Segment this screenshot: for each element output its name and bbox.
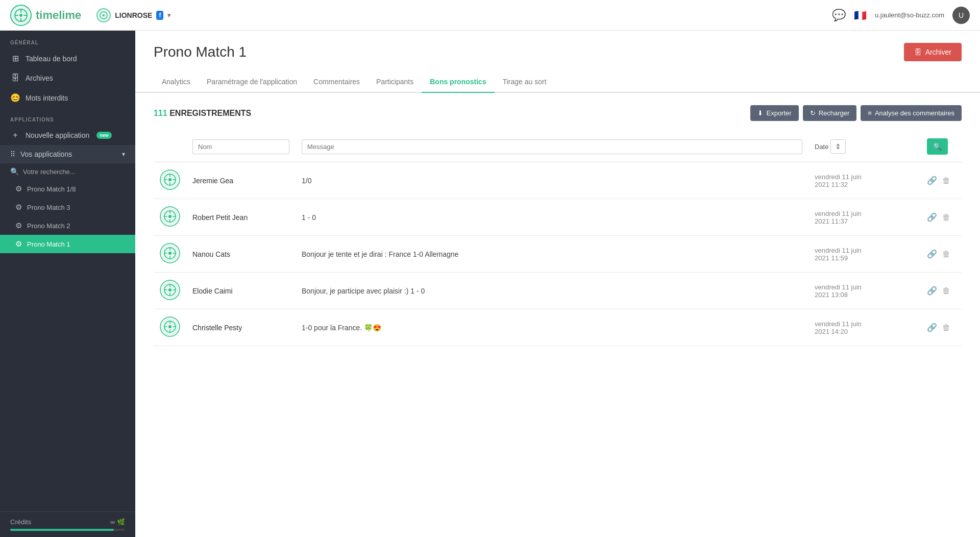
plus-icon: + (10, 131, 20, 140)
topnav-right: 💬 🇫🇷 u.jaulent@so-buzz.com U (832, 7, 970, 24)
table-row: Christelle Pesty1-0 pour la France. 🍀😍ve… (154, 309, 962, 346)
delete-icon[interactable]: 🗑 (942, 250, 950, 259)
main-header: Prono Match 1 🗄 Archiver (135, 31, 980, 61)
archive-button[interactable]: 🗄 Archiver (904, 43, 962, 61)
app-icon: ⚙ (15, 239, 22, 249)
svg-point-19 (168, 215, 172, 218)
date-cell: vendredi 11 juin2021 14:20 (808, 309, 921, 346)
export-button[interactable]: ⬇ Exporter (750, 105, 798, 121)
new-app-label: Nouvelle application (26, 131, 89, 139)
table-row: Robert Petit Jean1 - 0vendredi 11 juin20… (154, 199, 962, 236)
delete-icon[interactable]: 🗑 (942, 323, 950, 332)
app-label: Prono Match 1/8 (27, 185, 76, 193)
user-avatar-icon (160, 316, 180, 337)
chat-icon[interactable]: 💬 (832, 9, 846, 22)
actions-cell: 🔗 🗑 (921, 273, 962, 309)
chart-icon: ≡ (868, 109, 872, 117)
actions-cell: 🔗 🗑 (921, 236, 962, 273)
tab-parametrage[interactable]: Paramétrage de l'application (199, 71, 305, 93)
filter-row: Date ⇕ 🔍 (154, 131, 962, 162)
svg-point-9 (103, 14, 105, 16)
delete-icon[interactable]: 🗑 (942, 176, 950, 185)
data-table: Date ⇕ 🔍 Jeremie Gea1/0vendredi 11 juin2 (154, 131, 962, 346)
tab-participants[interactable]: Participants (368, 71, 422, 93)
facebook-icon: f (156, 11, 163, 20)
sidebar-item-prono-match-3[interactable]: ⚙ Prono Match 3 (0, 198, 135, 216)
sidebar-item-nouvelle-application[interactable]: + Nouvelle application new (0, 126, 135, 145)
applications-label: APPLICATIONS (0, 108, 135, 126)
tab-bons-pronostics[interactable]: Bons pronostics (422, 71, 494, 93)
archive-btn-label: Archiver (925, 48, 951, 56)
svg-point-12 (168, 178, 172, 181)
link-icon[interactable]: 🔗 (927, 249, 937, 259)
link-icon[interactable]: 🔗 (927, 176, 937, 185)
message-cell: 1-0 pour la France. 🍀😍 (296, 309, 808, 346)
name-cell: Christelle Pesty (186, 309, 296, 346)
vos-applications-label: Vos applications (20, 150, 72, 158)
date-cell: vendredi 11 juin2021 11:59 (808, 236, 921, 273)
grid-icon: ⊞ (10, 54, 20, 63)
app-icon: ⚙ (15, 221, 22, 230)
tabs: Analytics Paramétrage de l'application C… (135, 71, 980, 93)
chevron-down-icon[interactable]: ▾ (167, 12, 170, 19)
message-filter-input[interactable] (302, 139, 802, 154)
avatar-cell (154, 273, 186, 309)
vos-applications-header[interactable]: ⠿ Vos applications ▾ (0, 145, 135, 163)
records-tbody: Jeremie Gea1/0vendredi 11 juin2021 11:32… (154, 162, 962, 346)
topnav: timelime LIONROSE f ▾ 💬 🇫🇷 u.jaulent@so-… (0, 0, 980, 31)
link-icon[interactable]: 🔗 (927, 323, 937, 332)
vos-apps-left: ⠿ Vos applications (10, 150, 72, 158)
search-button[interactable]: 🔍 (927, 138, 948, 155)
sidebar-item-archives[interactable]: 🗄 Archives (0, 68, 135, 88)
date-filter-label: Date (815, 143, 828, 151)
sidebar-item-prono-match-2[interactable]: ⚙ Prono Match 2 (0, 216, 135, 235)
nom-filter-input[interactable] (192, 139, 289, 154)
logo[interactable]: timelime (10, 5, 81, 26)
user-avatar-icon (160, 243, 180, 263)
page-title: Prono Match 1 (154, 44, 247, 60)
link-icon[interactable]: 🔗 (927, 286, 937, 296)
topnav-app[interactable]: LIONROSE f ▾ (96, 8, 170, 22)
name-cell: Elodie Caimi (186, 273, 296, 309)
delete-icon[interactable]: 🗑 (942, 286, 950, 296)
tab-commentaires[interactable]: Commentaires (305, 71, 368, 93)
avatar-cell (154, 199, 186, 236)
main-content: Prono Match 1 🗄 Archiver Analytics Param… (135, 31, 980, 537)
svg-point-2 (19, 14, 22, 17)
archive-icon: 🗄 (10, 74, 20, 83)
avatar[interactable]: U (952, 7, 970, 24)
search-cell: 🔍 (921, 131, 962, 162)
analyse-button[interactable]: ≡ Analyse des commentaires (861, 105, 962, 121)
svg-point-33 (168, 288, 172, 291)
table-row: Elodie CaimiBonjour, je participe avec p… (154, 273, 962, 309)
search-placeholder: Votre recherche... (23, 168, 76, 176)
sidebar-item-prono-match-1[interactable]: ⚙ Prono Match 1 (0, 235, 135, 253)
sidebar-search[interactable]: 🔍 Votre recherche... (0, 163, 135, 180)
sidebar-item-mots-interdits[interactable]: 😊 Mots interdits (0, 88, 135, 108)
date-sort-button[interactable]: ⇕ (830, 139, 846, 154)
link-icon[interactable]: 🔗 (927, 212, 937, 222)
chevron-down-icon: ▾ (122, 151, 125, 158)
date-filter-cell: Date ⇕ (808, 131, 921, 162)
avatar-cell (154, 162, 186, 199)
search-icon: 🔍 (10, 167, 19, 176)
delete-icon[interactable]: 🗑 (942, 213, 950, 222)
sidebar-item-label: Tableau de bord (26, 55, 77, 63)
language-flag[interactable]: 🇫🇷 (854, 9, 867, 21)
tab-tirage[interactable]: Tirage au sort (495, 71, 555, 93)
date-cell: vendredi 11 juin2021 11:37 (808, 199, 921, 236)
actions-cell: 🔗 🗑 (921, 162, 962, 199)
sidebar-item-prono-match-1-8[interactable]: ⚙ Prono Match 1/8 (0, 180, 135, 198)
sidebar-item-tableau-de-bord[interactable]: ⊞ Tableau de bord (0, 48, 135, 68)
recharge-button[interactable]: ↻ Recharger (803, 105, 857, 121)
credits-bar-bg (10, 529, 125, 531)
actions-cell: 🔗 🗑 (921, 309, 962, 346)
app-icon: ⚙ (15, 184, 22, 193)
avatar-cell (154, 236, 186, 273)
message-cell: Bonjour, je participe avec plaisir :) 1 … (296, 273, 808, 309)
name-cell: Nanou Cats (186, 236, 296, 273)
name-cell: Jeremie Gea (186, 162, 296, 199)
tab-analytics[interactable]: Analytics (154, 71, 199, 93)
toolbar-buttons: ⬇ Exporter ↻ Recharger ≡ Analyse des com… (750, 105, 962, 121)
general-label: GÉNÉRAL (0, 31, 135, 48)
